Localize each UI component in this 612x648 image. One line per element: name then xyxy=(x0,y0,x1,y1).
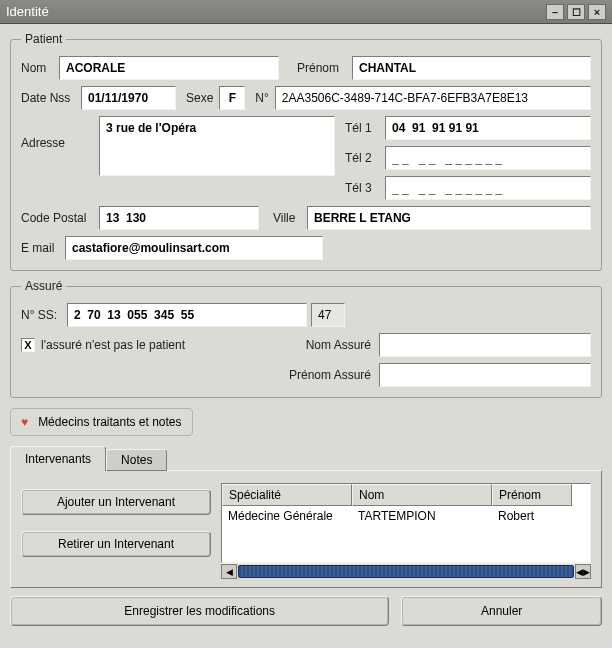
label-datenss: Date Nss xyxy=(21,91,81,105)
num-input[interactable] xyxy=(275,86,591,110)
label-nom: Nom xyxy=(21,61,59,75)
label-tel1: Tél 1 xyxy=(345,121,385,135)
label-assure-prenom: Prénom Assuré xyxy=(281,368,371,382)
tel3-input[interactable] xyxy=(385,176,591,200)
maximize-button[interactable]: ◻ xyxy=(567,4,585,20)
tab-intervenants[interactable]: Intervenants xyxy=(10,446,106,471)
label-codepostal: Code Postal xyxy=(21,211,99,225)
tabs: Intervenants Notes Ajouter un Intervenan… xyxy=(10,446,602,588)
nss-input[interactable] xyxy=(67,303,307,327)
td-prenom: Robert xyxy=(492,506,572,526)
notpatient-checkbox[interactable]: X xyxy=(21,338,35,352)
sexe-input[interactable] xyxy=(219,86,245,110)
tabbar: Intervenants Notes xyxy=(10,446,602,471)
assure-nom-input[interactable] xyxy=(379,333,591,357)
label-prenom: Prénom xyxy=(297,61,352,75)
label-nss: N° SS: xyxy=(21,308,67,322)
titlebar: Identité – ◻ × xyxy=(0,0,612,24)
heart-icon: ♥ xyxy=(21,415,28,429)
medecins-header[interactable]: ♥ Médecins traitants et notes xyxy=(10,408,193,436)
th-specialite[interactable]: Spécialité xyxy=(222,484,352,506)
adresse-input[interactable]: 3 rue de l'Opéra xyxy=(99,116,335,176)
assure-fieldset: Assuré N° SS: X l'assuré n'est pas le pa… xyxy=(10,279,602,398)
tabpanel-intervenants: Ajouter un Intervenant Retirer un Interv… xyxy=(10,470,602,588)
tel2-input[interactable] xyxy=(385,146,591,170)
td-specialite: Médecine Générale xyxy=(222,506,352,526)
table-row[interactable]: Médecine Générale TARTEMPION Robert xyxy=(222,506,590,526)
add-intervenant-button[interactable]: Ajouter un Intervenant xyxy=(21,489,211,515)
assure-legend: Assuré xyxy=(21,279,66,293)
save-button[interactable]: Enregistrer les modifications xyxy=(10,596,389,626)
hscrollbar[interactable]: ◀ ◀▶ xyxy=(221,563,591,579)
th-prenom[interactable]: Prénom xyxy=(492,484,572,506)
label-notpatient: l'assuré n'est pas le patient xyxy=(41,338,281,352)
table-header: Spécialité Nom Prénom xyxy=(222,484,590,506)
label-ville: Ville xyxy=(273,211,307,225)
scroll-left-icon[interactable]: ◀ xyxy=(221,564,237,579)
label-adresse: Adresse xyxy=(21,116,81,150)
scroll-thumb[interactable] xyxy=(238,565,574,578)
tab-notes[interactable]: Notes xyxy=(106,449,167,471)
label-sexe: Sexe xyxy=(186,91,213,105)
email-input[interactable] xyxy=(65,236,323,260)
remove-intervenant-button[interactable]: Retirer un Intervenant xyxy=(21,531,211,557)
footer-buttons: Enregistrer les modifications Annuler xyxy=(10,596,602,626)
patient-fieldset: Patient Nom Prénom Date Nss Sexe N° Adre… xyxy=(10,32,602,271)
scroll-right-icon[interactable]: ◀▶ xyxy=(575,564,591,579)
ville-input[interactable] xyxy=(307,206,591,230)
label-assure-nom: Nom Assuré xyxy=(281,338,371,352)
th-nom[interactable]: Nom xyxy=(352,484,492,506)
window-title: Identité xyxy=(6,4,543,19)
minimize-button[interactable]: – xyxy=(546,4,564,20)
td-nom: TARTEMPION xyxy=(352,506,492,526)
codepostal-input[interactable] xyxy=(99,206,259,230)
medecins-title: Médecins traitants et notes xyxy=(38,415,181,429)
client-area: Patient Nom Prénom Date Nss Sexe N° Adre… xyxy=(0,24,612,636)
nom-input[interactable] xyxy=(59,56,279,80)
cancel-button[interactable]: Annuler xyxy=(401,596,602,626)
nss-key-input[interactable] xyxy=(311,303,345,327)
label-tel2: Tél 2 xyxy=(345,151,385,165)
tel1-input[interactable] xyxy=(385,116,591,140)
datenss-input[interactable] xyxy=(81,86,176,110)
label-num: N° xyxy=(255,91,268,105)
assure-prenom-input[interactable] xyxy=(379,363,591,387)
close-button[interactable]: × xyxy=(588,4,606,20)
patient-legend: Patient xyxy=(21,32,66,46)
intervenants-table: Spécialité Nom Prénom Médecine Générale … xyxy=(221,483,591,563)
label-email: E mail xyxy=(21,241,65,255)
prenom-input[interactable] xyxy=(352,56,591,80)
label-tel3: Tél 3 xyxy=(345,181,385,195)
